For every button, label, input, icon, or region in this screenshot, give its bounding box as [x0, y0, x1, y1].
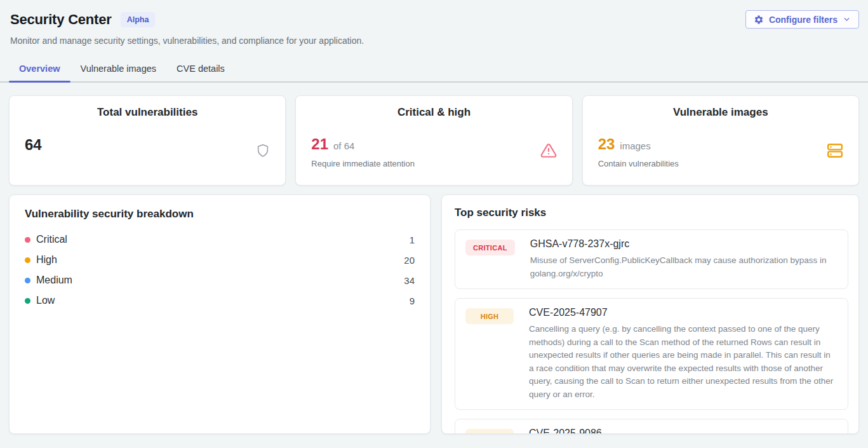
breakdown-value: 9 — [410, 295, 415, 306]
low-dot — [25, 298, 30, 304]
security-center-page: Security Center Alpha Configure filters … — [0, 0, 868, 448]
breakdown-value: 1 — [410, 234, 415, 245]
stat-title: Vulnerable images — [598, 106, 843, 119]
stats-row: Total vulnerabilities 64 Critical & high — [9, 95, 859, 186]
medium-dot — [25, 278, 30, 283]
stat-title: Critical & high — [311, 106, 556, 119]
tab-cve-details[interactable]: CVE details — [166, 57, 235, 81]
tab-vulnerable-images[interactable]: Vulnerable images — [70, 57, 167, 81]
breakdown-value: 34 — [404, 275, 415, 286]
page-header: Security Center Alpha Configure filters … — [0, 0, 868, 46]
risk-id: CVE-2025-9086 — [529, 428, 838, 434]
tab-bar: Overview Vulnerable images CVE details — [0, 57, 868, 83]
severity-badge-high: HIGH — [465, 429, 514, 434]
breakdown-value: 20 — [404, 255, 415, 266]
risk-id: CVE-2025-47907 — [529, 307, 838, 318]
risk-id: GHSA-v778-237x-gjrc — [530, 238, 838, 250]
severity-badge-high: HIGH — [465, 308, 514, 324]
title-row: Security Center Alpha Configure filters — [10, 10, 859, 29]
breakdown-row-high: High 20 — [25, 250, 415, 270]
breakdown-title: Vulnerability security breakdown — [25, 208, 415, 221]
risk-card-ghsa-v778-237x-gjrc[interactable]: CRITICAL GHSA-v778-237x-gjrc Misuse of S… — [455, 229, 848, 289]
breakdown-row-low: Low 9 — [25, 290, 415, 311]
risk-description: Cancelling a query (e.g. by cancelling t… — [529, 323, 838, 401]
stat-card-critical-high: Critical & high 21 of 64 Require immedia… — [295, 95, 572, 186]
shield-icon — [256, 143, 270, 161]
stat-card-total-vulnerabilities: Total vulnerabilities 64 — [9, 95, 286, 186]
chevron-down-icon — [843, 15, 851, 24]
server-icon — [827, 142, 843, 161]
stat-value: 64 — [25, 136, 42, 154]
breakdown-label: Medium — [36, 275, 72, 286]
configure-filters-label: Configure filters — [769, 15, 838, 25]
high-dot — [25, 257, 30, 263]
stat-suffix: of 64 — [333, 140, 354, 151]
stat-subtext: Contain vulnerabilities — [598, 159, 679, 168]
stat-card-vulnerable-images: Vulnerable images 23 images Contain vuln… — [582, 95, 859, 186]
stat-title: Total vulnerabilities — [25, 106, 270, 119]
risk-list: CRITICAL GHSA-v778-237x-gjrc Misuse of S… — [455, 229, 848, 434]
breakdown-row-critical: Critical 1 — [25, 229, 415, 250]
stat-suffix: images — [620, 140, 650, 151]
page-title: Security Center — [10, 11, 112, 28]
page-subtitle: Monitor and manage security settings, vu… — [10, 36, 859, 46]
tab-overview[interactable]: Overview — [9, 57, 70, 81]
risk-description: Misuse of ServerConfig.PublicKeyCallback… — [530, 254, 838, 280]
breakdown-list: Critical 1 High 20 Medium 34 Low 9 — [25, 229, 415, 311]
breakdown-row-medium: Medium 34 — [25, 270, 415, 290]
risks-title: Top security risks — [455, 207, 848, 219]
top-security-risks-panel: Top security risks CRITICAL GHSA-v778-23… — [441, 194, 859, 434]
risk-card-cve-2025-9086[interactable]: HIGH CVE-2025-9086 — [455, 419, 848, 434]
stat-value: 23 — [598, 135, 615, 153]
vulnerability-breakdown-panel: Vulnerability security breakdown Critica… — [9, 194, 431, 434]
alert-triangle-icon — [540, 142, 557, 161]
breakdown-label: Critical — [36, 234, 67, 245]
breakdown-label: Low — [36, 295, 55, 306]
severity-badge-critical: CRITICAL — [465, 240, 515, 255]
stat-subtext — [25, 160, 47, 168]
risk-card-cve-2025-47907[interactable]: HIGH CVE-2025-47907 Cancelling a query (… — [455, 298, 848, 410]
gear-icon — [754, 15, 764, 25]
alpha-badge: Alpha — [121, 12, 156, 27]
configure-filters-button[interactable]: Configure filters — [745, 10, 859, 29]
stat-subtext: Require immediate attention — [311, 159, 415, 168]
stat-value: 21 — [311, 135, 328, 153]
breakdown-label: High — [36, 254, 57, 266]
critical-dot — [25, 237, 30, 243]
lower-panels: Vulnerability security breakdown Critica… — [9, 194, 859, 434]
